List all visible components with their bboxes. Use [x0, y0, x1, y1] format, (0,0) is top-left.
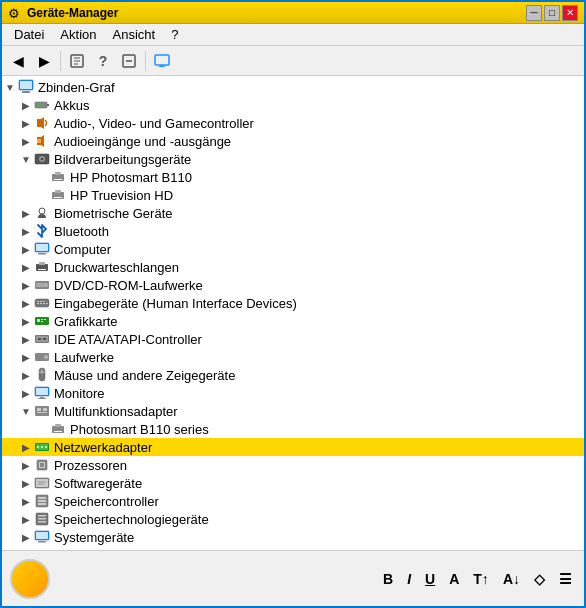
svg-point-27: [39, 208, 45, 214]
root-toggle[interactable]: ▼: [2, 79, 18, 95]
font-down-button[interactable]: A↓: [499, 569, 524, 589]
system-toggle[interactable]: ▶: [18, 529, 34, 545]
tree-item-dvd[interactable]: ▶ DVD/CD-ROM-Laufwerke: [2, 276, 584, 294]
tree-item-grafik[interactable]: ▶ Grafikkarte: [2, 312, 584, 330]
prozessoren-label: Prozessoren: [54, 458, 127, 473]
hp-photo-label: HP Photosmart B110: [70, 170, 192, 185]
svg-rect-25: [55, 190, 61, 193]
tree-item-prozessoren[interactable]: ▶ Prozessoren: [2, 456, 584, 474]
prozessoren-toggle[interactable]: ▶: [18, 457, 34, 473]
tree-root[interactable]: ▼ Zbinden-Graf: [2, 78, 584, 96]
uninstall-button[interactable]: [117, 49, 141, 73]
tree-item-speichertechno[interactable]: ▶ Speichertechnologiegeräte: [2, 510, 584, 528]
tree-item-photosmart-b110[interactable]: ▶ Photosmart B110 series: [2, 420, 584, 438]
tree-item-software[interactable]: ▶ Softwaregeräte: [2, 474, 584, 492]
svg-rect-41: [43, 301, 45, 302]
speichertechno-toggle[interactable]: ▶: [18, 511, 34, 527]
akkus-toggle[interactable]: ▶: [18, 97, 34, 113]
menu-help[interactable]: ?: [163, 25, 186, 44]
tree-item-laufwerke[interactable]: ▶ Laufwerke: [2, 348, 584, 366]
svg-rect-29: [36, 244, 48, 251]
computer-toggle[interactable]: ▶: [18, 241, 34, 257]
maximize-button[interactable]: □: [544, 5, 560, 21]
tree-item-hp-photo[interactable]: ▶ HP Photosmart B110: [2, 168, 584, 186]
svg-rect-47: [37, 319, 40, 322]
bildverarbeitung-toggle[interactable]: ▼: [18, 151, 34, 167]
tree-item-multi[interactable]: ▼ Multifunktionsadapter: [2, 402, 584, 420]
maeuse-toggle[interactable]: ▶: [18, 367, 34, 383]
maeuse-label: Mäuse und andere Zeigegeräte: [54, 368, 235, 383]
forward-button[interactable]: ▶: [32, 49, 56, 73]
title-bar: ⚙ Geräte-Manager ─ □ ✕: [2, 2, 584, 24]
tree-item-netzwerk[interactable]: ▶ Netzwerkadapter: [2, 438, 584, 456]
biometrisch-toggle[interactable]: ▶: [18, 205, 34, 221]
bildverarbeitung-label: Bildverarbeitungsgeräte: [54, 152, 191, 167]
svg-rect-73: [37, 446, 39, 448]
svg-rect-52: [36, 336, 48, 342]
back-button[interactable]: ◀: [6, 49, 30, 73]
tree-item-biometrisch[interactable]: ▶ Biometrische Geräte: [2, 204, 584, 222]
svg-rect-32: [39, 262, 45, 265]
device-tree[interactable]: ▼ Zbinden-Graf ▶ Akkus: [2, 76, 584, 550]
tree-item-monitore[interactable]: ▶ Monitore: [2, 384, 584, 402]
svg-rect-40: [40, 301, 42, 302]
svg-rect-78: [40, 463, 44, 467]
tree-item-speicher[interactable]: ▶ Speichercontroller: [2, 492, 584, 510]
laufwerke-toggle[interactable]: ▶: [18, 349, 34, 365]
bottom-bar: B I U A T↑ A↓ ◇ ☰: [2, 550, 584, 606]
netzwerk-toggle[interactable]: ▶: [18, 439, 34, 455]
tree-item-system[interactable]: ▶ Systemgeräte: [2, 528, 584, 546]
svg-rect-75: [45, 446, 47, 448]
svg-rect-92: [36, 532, 48, 539]
font-color-button[interactable]: A: [445, 569, 463, 589]
speicher-toggle[interactable]: ▶: [18, 493, 34, 509]
tree-item-bluetooth[interactable]: ▶ Bluetooth: [2, 222, 584, 240]
bold-button[interactable]: B: [379, 569, 397, 589]
dvd-toggle[interactable]: ▶: [18, 277, 34, 293]
tree-item-maeuse[interactable]: ▶ Mäuse und andere Zeigegeräte: [2, 366, 584, 384]
grafik-icon: [34, 313, 50, 329]
svg-rect-65: [37, 408, 41, 411]
tree-item-drucker[interactable]: ▶ Druckwarteschlangen: [2, 258, 584, 276]
svg-point-37: [45, 284, 48, 287]
menu-aktion[interactable]: Aktion: [52, 25, 104, 44]
eingabe-toggle[interactable]: ▶: [18, 295, 34, 311]
computer-label: Computer: [54, 242, 111, 257]
svg-rect-42: [37, 303, 39, 304]
toolbar: ◀ ▶ ?: [2, 46, 584, 76]
tree-item-bildverarbeitung[interactable]: ▼ Bildverarbeitungsgeräte: [2, 150, 584, 168]
tree-item-eingabe[interactable]: ▶ Eingabegeräte (Human Interface Devices…: [2, 294, 584, 312]
audio-toggle[interactable]: ▶: [18, 115, 34, 131]
tree-item-audioeingabe[interactable]: ▶ Audioeingänge und -ausgänge: [2, 132, 584, 150]
dvd-label: DVD/CD-ROM-Laufwerke: [54, 278, 203, 293]
tree-item-akkus[interactable]: ▶ Akkus: [2, 96, 584, 114]
root-icon: [18, 79, 34, 95]
hp-photo-icon: [50, 169, 66, 185]
help-button[interactable]: ?: [91, 49, 115, 73]
menu-datei[interactable]: Datei: [6, 25, 52, 44]
software-toggle[interactable]: ▶: [18, 475, 34, 491]
monitore-toggle[interactable]: ▶: [18, 385, 34, 401]
list-button[interactable]: ☰: [555, 569, 576, 589]
audioeingabe-toggle[interactable]: ▶: [18, 133, 34, 149]
shape-button[interactable]: ◇: [530, 569, 549, 589]
tree-item-hp-true[interactable]: ▶ HP Truevision HD: [2, 186, 584, 204]
ide-toggle[interactable]: ▶: [18, 331, 34, 347]
prozessoren-icon: [34, 457, 50, 473]
font-up-button[interactable]: T↑: [469, 569, 493, 589]
bluetooth-toggle[interactable]: ▶: [18, 223, 34, 239]
menu-ansicht[interactable]: Ansicht: [105, 25, 164, 44]
properties-button[interactable]: [65, 49, 89, 73]
drucker-toggle[interactable]: ▶: [18, 259, 34, 275]
close-button[interactable]: ✕: [562, 5, 578, 21]
audio-icon: [34, 115, 50, 131]
tree-item-audio[interactable]: ▶ Audio-, Video- und Gamecontroller: [2, 114, 584, 132]
monitor-button[interactable]: [150, 49, 174, 73]
minimize-button[interactable]: ─: [526, 5, 542, 21]
multi-toggle[interactable]: ▼: [18, 403, 34, 419]
grafik-toggle[interactable]: ▶: [18, 313, 34, 329]
tree-item-ide[interactable]: ▶ IDE ATA/ATAPI-Controller: [2, 330, 584, 348]
tree-item-computer[interactable]: ▶ Computer: [2, 240, 584, 258]
italic-button[interactable]: I: [403, 569, 415, 589]
underline-button[interactable]: U: [421, 569, 439, 589]
